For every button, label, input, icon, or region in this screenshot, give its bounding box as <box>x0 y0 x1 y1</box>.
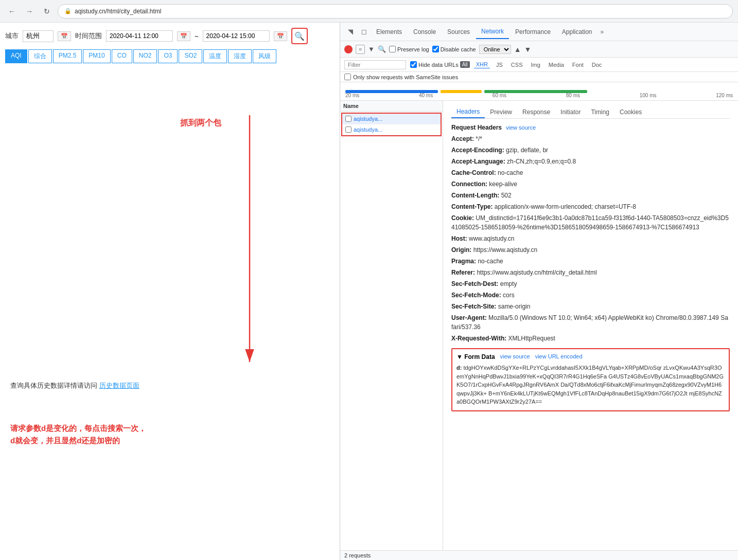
detail-tab-cookies[interactable]: Cookies <box>614 106 647 118</box>
calendar-btn-end[interactable]: 📅 <box>274 31 287 41</box>
tab-application[interactable]: Application <box>557 25 598 39</box>
tab-no2[interactable]: NO2 <box>133 49 157 63</box>
type-css[interactable]: CSS <box>509 61 525 68</box>
history-prefix: 查询具体历史数据详情请访问 <box>10 382 97 389</box>
form-view-source[interactable]: view source <box>500 353 530 360</box>
filter-icon[interactable]: ▼ <box>368 45 375 53</box>
calendar-btn-start[interactable]: 📅 <box>177 31 190 41</box>
type-img[interactable]: Img <box>529 61 542 68</box>
hide-data-urls-checkbox[interactable] <box>410 61 417 68</box>
annotation-top: 抓到两个包 <box>180 118 221 129</box>
tab-network[interactable]: Network <box>476 25 509 39</box>
disable-cache-text: Disable cache <box>441 46 476 52</box>
form-data-title: ▼ Form Data view source view URL encoded <box>456 353 725 360</box>
web-content: 城市 📅 时间范围 📅 ~ 📅 🔍 AQI 综合 PM2.5 PM10 CO N… <box>0 23 340 560</box>
main-container: 城市 📅 时间范围 📅 ~ 📅 🔍 AQI 综合 PM2.5 PM10 CO N… <box>0 23 738 560</box>
form-data-section: ▼ Form Data view source view URL encoded… <box>451 348 730 411</box>
samesite-checkbox[interactable] <box>344 74 351 80</box>
tab-performance[interactable]: Performance <box>510 25 556 39</box>
browser-bar: ← → ↻ 🔒 aqistudy.cn/html/city_detail.htm… <box>0 0 738 23</box>
request-count: 2 requests <box>344 552 371 558</box>
forward-button[interactable]: → <box>23 5 36 18</box>
tab-o3[interactable]: O3 <box>158 49 178 63</box>
table-row[interactable]: aqistudya... <box>342 124 441 135</box>
request-name-1: aqistudya... <box>354 116 437 122</box>
preserve-log-label[interactable]: Preserve log <box>389 46 429 52</box>
import-icon[interactable]: ▲ <box>514 45 521 53</box>
city-input[interactable] <box>23 30 54 42</box>
hide-data-urls-label[interactable]: Hide data URLs All <box>410 61 470 68</box>
disable-cache-label[interactable]: Disable cache <box>432 46 476 52</box>
form-view-url-encoded[interactable]: view URL encoded <box>535 353 583 360</box>
tl-20ms: 20 ms <box>345 93 359 98</box>
date-start-input[interactable] <box>106 30 173 42</box>
devtools-tabs-row: ◥ ◻ Elements Console Sources Network Per… <box>340 23 738 41</box>
network-list-body: aqistudya... aqistudya... <box>340 112 443 550</box>
preserve-log-checkbox[interactable] <box>389 46 396 52</box>
tab-console[interactable]: Console <box>408 25 441 39</box>
inspect-element-icon[interactable]: ◥ <box>344 26 357 38</box>
record-button[interactable] <box>344 45 353 53</box>
export-icon[interactable]: ▼ <box>524 45 532 53</box>
type-media[interactable]: Media <box>547 61 566 68</box>
type-js[interactable]: JS <box>494 61 505 68</box>
annotation-bottom: 请求参数d是变化的，每点击搜索一次，d就会变，并且显然d还是加密的 <box>10 422 146 447</box>
row-checkbox-1[interactable] <box>345 116 352 122</box>
filter-input[interactable] <box>344 60 406 69</box>
tab-co[interactable]: CO <box>112 49 132 63</box>
tl-60ms: 60 ms <box>493 93 506 98</box>
tab-zonghe[interactable]: 综合 <box>28 49 52 63</box>
more-tabs-icon[interactable]: » <box>599 26 606 38</box>
header-pragma: Pragma: no-cache <box>451 257 730 266</box>
history-link[interactable]: 历史数据页面 <box>99 382 139 389</box>
header-cache-control: Cache-Control: no-cache <box>451 168 730 177</box>
request-detail-panel: Headers Preview Response Initiator Timin… <box>443 101 738 550</box>
search-button[interactable]: 🔍 <box>291 28 308 44</box>
tab-elements[interactable]: Elements <box>371 25 407 39</box>
header-cookie: Cookie: UM_distinctid=171641f6e9c3b1-0a0… <box>451 213 730 232</box>
timeline-labels: 20 ms 40 ms 60 ms 80 ms 100 ms 120 ms <box>340 93 738 98</box>
tab-pm25[interactable]: PM2.5 <box>53 49 82 63</box>
toolbar-row: 城市 📅 时间范围 📅 ~ 📅 🔍 <box>5 28 335 44</box>
back-button[interactable]: ← <box>5 5 19 18</box>
detail-tab-initiator[interactable]: Initiator <box>555 106 586 118</box>
type-font[interactable]: Font <box>570 61 586 68</box>
tab-humid[interactable]: 湿度 <box>228 49 252 63</box>
row-checkbox-2[interactable] <box>345 127 352 133</box>
reload-button[interactable]: ↻ <box>40 5 54 18</box>
disable-cache-checkbox[interactable] <box>432 46 439 52</box>
tilde-separator: ~ <box>195 32 199 40</box>
detail-tab-timing[interactable]: Timing <box>586 106 614 118</box>
header-host: Host: www.aqistudy.cn <box>451 234 730 243</box>
tab-aqi[interactable]: AQI <box>5 49 27 63</box>
device-mode-icon[interactable]: ◻ <box>358 26 370 38</box>
calendar-btn-city[interactable]: 📅 <box>58 31 71 41</box>
table-row[interactable]: aqistudya... <box>342 114 441 124</box>
view-source-link[interactable]: view source <box>506 124 536 131</box>
header-connection: Connection: keep-alive <box>451 179 730 189</box>
tab-temp[interactable]: 温度 <box>203 49 227 63</box>
url-text: aqistudy.cn/html/city_detail.html <box>75 8 162 15</box>
type-xhr[interactable]: XHR <box>474 61 490 68</box>
date-end-input[interactable] <box>203 30 270 42</box>
stop-button[interactable]: ○ <box>356 45 365 54</box>
timeline-green-bar <box>484 90 587 93</box>
tab-sources[interactable]: Sources <box>442 25 475 39</box>
filter-tabs: AQI 综合 PM2.5 PM10 CO NO2 O3 SO2 温度 湿度 风级 <box>5 49 335 63</box>
tab-pm10[interactable]: PM10 <box>83 49 110 63</box>
address-bar[interactable]: 🔒 aqistudy.cn/html/city_detail.html <box>58 4 733 19</box>
type-doc[interactable]: Doc <box>590 61 604 68</box>
tab-wind[interactable]: 风级 <box>253 49 276 63</box>
status-bar: 2 requests <box>340 550 738 560</box>
tab-so2[interactable]: SO2 <box>179 49 202 63</box>
header-origin: Origin: https://www.aqistudy.cn <box>451 245 730 255</box>
tl-80ms: 80 ms <box>566 93 580 98</box>
detail-tab-response[interactable]: Response <box>517 106 555 118</box>
network-split: Name aqistudya... aqistudya... <box>340 101 738 550</box>
header-sec-fetch-mode: Sec-Fetch-Mode: cors <box>451 291 730 300</box>
detail-tab-preview[interactable]: Preview <box>485 106 517 118</box>
detail-tab-headers[interactable]: Headers <box>451 106 485 118</box>
search-icon-dt[interactable]: 🔍 <box>378 45 386 53</box>
name-column-header: Name <box>343 103 440 109</box>
throttle-select[interactable]: Online <box>479 45 511 54</box>
